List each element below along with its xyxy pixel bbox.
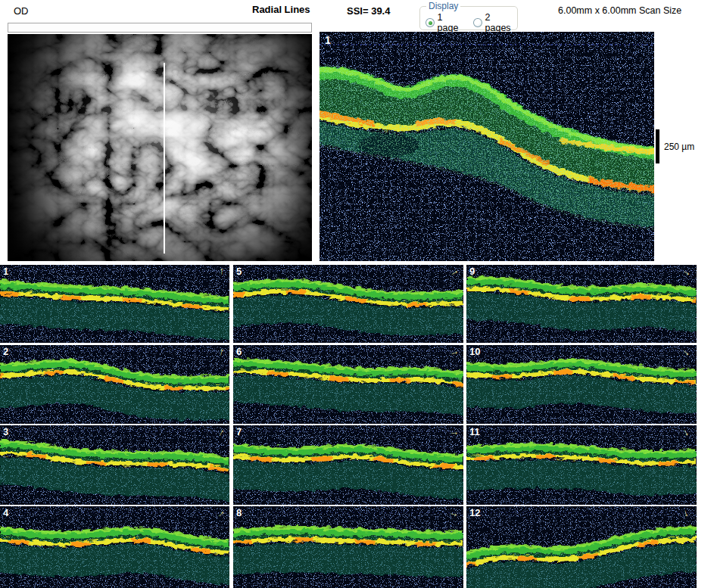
oct-scan-tile[interactable]: 7 → — [233, 425, 463, 505]
oct-scan-tile[interactable]: 1 → — [0, 265, 229, 343]
tile-number: 11 — [469, 426, 480, 437]
oct-scan-tile[interactable]: 11 → — [466, 425, 697, 505]
tile-number: 5 — [236, 266, 242, 277]
oct-scan-tile[interactable]: 2 → — [0, 345, 229, 424]
tile-number: 2 — [3, 346, 8, 357]
oct-tile-image — [233, 265, 463, 343]
scan-direction-arrow-icon: → — [215, 267, 226, 277]
oct-review-screen: OD Radial Lines SSI= 39.4 Display 1 page… — [0, 0, 717, 588]
oct-scan-tile[interactable]: 12 → — [466, 506, 697, 588]
oct-tile-image — [0, 425, 229, 505]
oct-tile-image — [466, 265, 697, 343]
oct-scan-tile[interactable]: 4 → — [0, 506, 229, 588]
oct-tile-image — [233, 345, 463, 424]
tile-number: 8 — [236, 507, 242, 518]
tile-number: 4 — [3, 507, 8, 518]
oct-scan-tile[interactable]: 8 → — [233, 506, 463, 588]
tile-number: 9 — [469, 266, 475, 277]
tile-number: 3 — [3, 426, 8, 437]
oct-tile-image — [466, 345, 697, 424]
oct-scan-tile[interactable]: 6 → — [233, 345, 463, 424]
tile-number: 6 — [236, 346, 242, 357]
oct-tile-image — [466, 425, 697, 505]
oct-tile-image — [0, 345, 229, 424]
oct-scan-tile[interactable]: 10 → — [466, 345, 697, 424]
oct-tile-image — [466, 506, 697, 588]
tile-number: 7 — [236, 426, 242, 437]
oct-tile-image — [233, 506, 463, 588]
oct-scan-tile[interactable]: 3 → — [0, 425, 229, 505]
oct-tile-image — [0, 265, 229, 343]
oct-tile-image — [233, 425, 463, 505]
tile-number: 10 — [469, 346, 480, 357]
oct-scan-tile[interactable]: 9 → — [466, 265, 697, 343]
oct-tile-image — [0, 506, 229, 588]
tile-number: 12 — [469, 507, 480, 518]
scan-direction-arrow-icon: → — [449, 427, 459, 437]
scan-grid: 1 → 2 → — [0, 0, 717, 588]
tile-number: 1 — [3, 266, 8, 277]
oct-scan-tile[interactable]: 5 → — [233, 265, 463, 343]
